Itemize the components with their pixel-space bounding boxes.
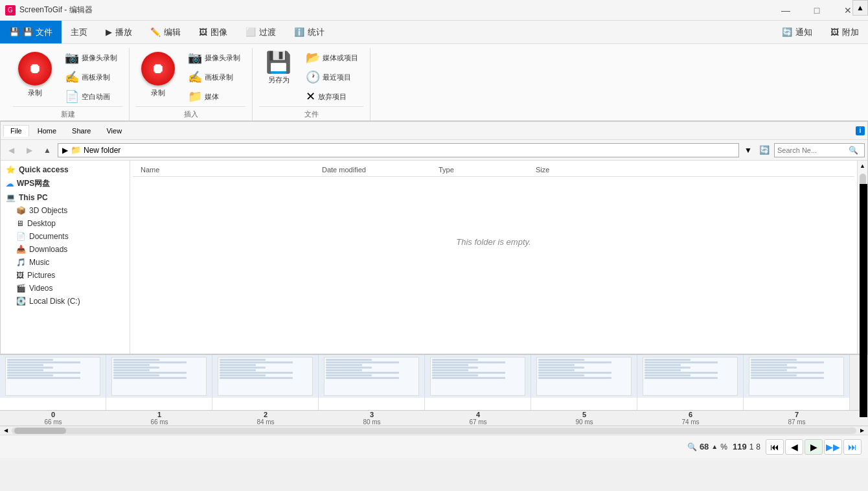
ribbon-file-small-btns: 📂 媒体或项目 🕐 最近项目 ✕ 放弃项目 <box>301 48 363 104</box>
timeline-frames <box>0 355 868 410</box>
board-record-label: 画板录制 <box>82 73 110 82</box>
sidebar-3d-objects[interactable]: 📦 3D Objects <box>1 204 130 217</box>
col-date[interactable]: Date modified <box>319 165 436 175</box>
address-path[interactable]: ▶ 📁 New folder <box>58 143 739 157</box>
sidebar-documents[interactable]: 📄 Documents <box>1 230 130 243</box>
zoom-stepper-up[interactable]: ▲ <box>711 443 718 450</box>
sidebar-quick-access[interactable]: ⭐ Quick access <box>1 163 130 176</box>
nav-next-button[interactable]: ▶▶ <box>824 439 842 455</box>
frame-num-section-4: 467 ms <box>425 411 531 426</box>
menu-notify[interactable]: 🔄 通知 <box>773 21 821 43</box>
videos-icon: 🎬 <box>16 284 26 293</box>
ribbon-group-new-label: 新建 <box>13 106 122 120</box>
camera-record-button[interactable]: 📷 摄像头录制 <box>60 48 122 65</box>
menu-image-label: 图像 <box>211 27 227 38</box>
frame-thumb-5 <box>531 355 637 398</box>
maximize-button[interactable]: □ <box>802 0 832 21</box>
menu-file[interactable]: 💾 💾 文件 <box>0 21 62 43</box>
nav-play-button[interactable]: ▶ <box>805 439 823 455</box>
frame-num-section-1: 166 ms <box>106 411 212 426</box>
sidebar-wps[interactable]: ☁ WPS网盘 <box>1 176 130 191</box>
explorer-tab-file[interactable]: File <box>3 125 29 137</box>
insert-board-button[interactable]: ✍ 画板录制 <box>183 67 246 84</box>
ribbon-new-small-btns: 📷 摄像头录制 ✍ 画板录制 📄 空白动画 <box>60 48 122 104</box>
frame-item-7[interactable] <box>744 355 850 410</box>
frame-item-1[interactable] <box>106 355 212 410</box>
discard-project-button[interactable]: ✕ 放弃项目 <box>301 87 363 104</box>
ribbon-group-file: 💾 另存为 📂 媒体或项目 🕐 最近项目 ✕ 放弃项目 文件 <box>253 48 371 120</box>
ribbon-insert-small-btns: 📷 摄像头录制 ✍ 画板录制 📁 媒体 <box>183 48 246 104</box>
scroll-up-button[interactable]: ▲ <box>858 161 868 171</box>
menu-stats[interactable]: ℹ️ 统计 <box>285 21 334 43</box>
forward-button[interactable]: ▶ <box>21 143 37 158</box>
this-pc-icon: 💻 <box>6 193 16 202</box>
menu-file-icon: 💾 <box>9 27 19 37</box>
sidebar-music[interactable]: 🎵 Music <box>1 256 130 269</box>
scroll-right-button[interactable]: ▶ <box>858 426 867 435</box>
nav-prev-button[interactable]: ◀ <box>785 439 803 455</box>
media-project-label: 媒体或项目 <box>323 53 358 62</box>
insert-media-button[interactable]: 📁 媒体 <box>183 87 246 104</box>
menu-stats-label: 统计 <box>308 27 325 38</box>
frame-ms-2: 84 ms <box>257 418 274 426</box>
sidebar-downloads[interactable]: 📥 Downloads <box>1 243 130 256</box>
title-bar: G ScreenToGif - 编辑器 — □ ✕ <box>0 0 868 21</box>
menu-share[interactable]: ▶ 播放 <box>97 21 141 43</box>
up-button[interactable]: ▲ <box>40 143 55 158</box>
menu-image[interactable]: 🖼 图像 <box>190 21 236 43</box>
music-icon: 🎵 <box>16 258 26 267</box>
explorer-main: ⭐ Quick access ☁ WPS网盘 💻 This PC 📦 3D Ob… <box>1 161 867 354</box>
back-button[interactable]: ◀ <box>3 143 19 158</box>
wps-label: WPS网盘 <box>17 178 50 189</box>
nav-first-button[interactable]: ⏮ <box>766 439 784 455</box>
sidebar-pictures[interactable]: 🖼 Pictures <box>1 269 130 282</box>
col-type[interactable]: Type <box>436 165 533 175</box>
frame-number-1: 1 <box>157 411 161 418</box>
ribbon-group-file-label: 文件 <box>259 106 363 120</box>
collapse-ribbon-button[interactable]: ▲ <box>852 0 868 16</box>
col-size[interactable]: Size <box>533 165 598 175</box>
menu-transition[interactable]: ⬜ 过渡 <box>236 21 285 43</box>
h-scroll-thumb[interactable] <box>14 428 66 434</box>
blank-anim-button[interactable]: 📄 空白动画 <box>60 87 122 104</box>
nav-last-button[interactable]: ⏭ <box>843 439 862 455</box>
board-record-button[interactable]: ✍ 画板录制 <box>60 67 122 84</box>
media-project-button[interactable]: 📂 媒体或项目 <box>301 48 363 65</box>
menu-view[interactable]: ✏️ 编辑 <box>141 21 190 43</box>
record-button[interactable]: ⏺ 录制 <box>13 48 57 98</box>
frame-item-5[interactable] <box>531 355 637 410</box>
insert-record-button[interactable]: ⏺ 录制 <box>136 48 180 98</box>
frame-item-2[interactable] <box>212 355 319 410</box>
explorer-tab-view[interactable]: View <box>99 125 129 137</box>
menu-home[interactable]: 主页 <box>62 21 97 43</box>
explorer-tab-home[interactable]: Home <box>30 125 63 137</box>
col-name[interactable]: Name <box>138 165 319 175</box>
minimize-button[interactable]: — <box>771 0 801 21</box>
address-dropdown-button[interactable]: ▼ <box>742 146 755 155</box>
frame-item-3[interactable] <box>319 355 425 410</box>
frame-item-6[interactable] <box>637 355 744 410</box>
frame-item-0[interactable] <box>0 355 106 410</box>
zoom-value: 68 <box>700 442 709 451</box>
attach-icon: 🖼 <box>830 27 839 37</box>
sidebar-videos[interactable]: 🎬 Videos <box>1 282 130 295</box>
sidebar-desktop[interactable]: 🖥 Desktop <box>1 217 130 230</box>
frame-number-7: 7 <box>795 411 799 418</box>
sidebar-local-disk[interactable]: 💽 Local Disk (C:) <box>1 295 130 308</box>
recent-project-button[interactable]: 🕐 最近项目 <box>301 67 363 84</box>
refresh-button[interactable]: 🔄 <box>757 143 771 157</box>
search-input[interactable] <box>777 146 849 154</box>
insert-camera-button[interactable]: 📷 摄像头录制 <box>183 48 246 65</box>
frame-num-section-3: 380 ms <box>319 411 425 426</box>
frame-num-section-5: 590 ms <box>531 411 637 426</box>
sidebar-this-pc[interactable]: 💻 This PC <box>1 191 130 204</box>
empty-folder-message: This folder is empty. <box>133 177 854 306</box>
app-icon: G <box>5 5 16 16</box>
save-as-button[interactable]: 💾 另存为 <box>259 48 298 86</box>
explorer-tab-share[interactable]: Share <box>65 125 98 137</box>
menu-attach[interactable]: 🖼 附加 <box>821 21 868 43</box>
scroll-left-button[interactable]: ◀ <box>1 426 10 435</box>
insert-board-label: 画板录制 <box>205 73 233 82</box>
frame-thumb-3 <box>319 355 424 398</box>
frame-item-4[interactable] <box>425 355 531 410</box>
